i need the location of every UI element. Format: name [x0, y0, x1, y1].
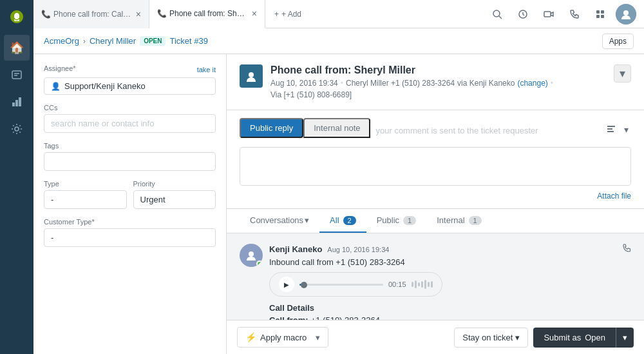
svg-rect-4	[15, 100, 18, 106]
time-display: 00:15	[388, 280, 406, 288]
svg-point-16	[249, 72, 254, 77]
priority-field: Priority	[133, 180, 216, 209]
svg-rect-3	[12, 103, 15, 106]
progress-bar[interactable]	[299, 284, 383, 286]
conv-tabs: Conversations ▾ All 2 Public 1 Internal …	[227, 209, 644, 233]
stay-on-ticket-dropdown[interactable]: Stay on ticket ▾	[454, 328, 528, 348]
priority-label: Priority	[133, 180, 216, 188]
bottom-bar: ⚡ Apply macro ▾ Stay on ticket ▾ Submit …	[227, 320, 644, 354]
conversations-tab[interactable]: Conversations ▾	[240, 209, 319, 233]
reporting-nav-icon[interactable]	[4, 89, 30, 115]
type-input[interactable]	[44, 190, 127, 209]
public-label: Public	[377, 215, 399, 225]
attach-file-link[interactable]: Attach file	[597, 192, 631, 201]
conversations-dropdown-icon: ▾	[305, 215, 309, 225]
message-phone-icon[interactable]	[622, 244, 631, 255]
svg-rect-12	[601, 10, 604, 14]
ticket-meta: Aug 10, 2016 19:34 • Cheryl Miller +1 (5…	[270, 79, 606, 99]
svg-point-17	[249, 251, 254, 257]
main-area: 📞 Phone call from: Caller +1 (510... #28…	[33, 0, 644, 354]
tab-1[interactable]: 📞 Phone call from: Caller +1 (510... #28…	[33, 0, 149, 28]
ticket-change-link[interactable]: (change)	[517, 79, 547, 88]
content-area: Assignee* take it 👤 Support/Kenji Kaneko…	[33, 54, 644, 354]
public-tab[interactable]: Public 1	[366, 209, 427, 233]
internal-tab[interactable]: Internal 1	[426, 209, 492, 233]
ticket-header-info: Phone call from: Sheryl Miller Aug 10, 2…	[270, 64, 606, 99]
message-text: Inbound call from +1 (510) 283-3264	[269, 257, 631, 267]
public-count: 1	[403, 216, 416, 225]
tags-label: Tags	[44, 142, 216, 150]
status-badge: open	[140, 36, 166, 46]
stay-on-ticket-chevron: ▾	[515, 333, 520, 342]
left-panel: Assignee* take it 👤 Support/Kenji Kaneko…	[33, 54, 227, 354]
ticket-collapse-button[interactable]: ▾	[614, 64, 631, 83]
customer-type-input[interactable]	[44, 228, 216, 247]
add-tab-button[interactable]: + + Add	[265, 0, 310, 28]
format-dropdown-icon[interactable]: ▾	[621, 122, 631, 139]
all-tab[interactable]: All 2	[319, 209, 366, 233]
assignee-label: Assignee*	[44, 64, 76, 72]
macro-placeholder: Apply macro	[260, 333, 307, 342]
public-reply-tab[interactable]: Public reply	[240, 118, 303, 138]
assignee-input[interactable]: 👤 Support/Kenji Kaneko	[44, 77, 216, 95]
tags-input[interactable]	[44, 152, 216, 171]
clock-icon[interactable]	[513, 4, 533, 25]
tab-2-close-icon[interactable]: ×	[252, 9, 257, 18]
call-from-value: +1 (510) 283-3264	[311, 315, 380, 320]
plus-icon: +	[274, 10, 279, 19]
reply-section: Public reply Internal note your comment …	[227, 110, 644, 209]
internal-count: 1	[469, 216, 482, 225]
conversations-label: Conversations	[250, 215, 303, 225]
reply-textarea[interactable]	[240, 147, 631, 186]
tags-field: Tags	[44, 142, 216, 171]
message-body: Kenji Kaneko Aug 10, 2016 19:34 Inbound …	[269, 244, 631, 320]
reply-placeholder-text: your comment is sent to the ticket reque…	[375, 126, 538, 135]
add-tab-label: + Add	[281, 10, 301, 19]
customer-type-field: Customer Type*	[44, 218, 216, 247]
right-panel: Phone call from: Sheryl Miller Aug 10, 2…	[227, 54, 644, 354]
waveform	[412, 280, 433, 289]
breadcrumb-sep-1: ›	[83, 37, 86, 46]
apply-macro-dropdown[interactable]: ⚡ Apply macro ▾	[237, 327, 328, 348]
priority-input[interactable]	[133, 190, 216, 209]
ticket-via: via Kenji Kaneko	[457, 79, 515, 88]
top-bar-actions	[487, 4, 644, 25]
home-nav-icon[interactable]: 🏠	[4, 35, 30, 61]
message-header: Kenji Kaneko Aug 10, 2016 19:34	[269, 244, 631, 255]
breadcrumb-org[interactable]: AcmeOrg	[44, 36, 79, 46]
ccs-input[interactable]	[44, 114, 216, 133]
tab-1-close-icon[interactable]: ×	[136, 10, 141, 19]
tab-2[interactable]: 📞 Phone call from: Sheryl Miller #39 ×	[149, 0, 265, 28]
take-it-link[interactable]: take it	[197, 66, 216, 74]
type-field: Type	[44, 180, 127, 209]
breadcrumb-contact[interactable]: Cheryl Miller	[90, 36, 136, 46]
svg-rect-11	[596, 10, 600, 14]
submit-dropdown-button[interactable]: ▾	[616, 328, 634, 348]
format-icon[interactable]	[603, 122, 619, 139]
all-count: 2	[343, 216, 356, 225]
type-priority-row: Type Priority	[44, 180, 216, 218]
tab-2-icon: 📞	[157, 9, 167, 18]
call-from-label: Call from:	[269, 315, 308, 320]
submit-button[interactable]: Submit as Open	[533, 328, 616, 348]
apps-button[interactable]: Apps	[602, 34, 634, 49]
assignee-field: Assignee* take it 👤 Support/Kenji Kaneko	[44, 64, 216, 95]
app-logo	[5, 5, 28, 28]
phone-icon[interactable]	[564, 4, 585, 25]
apps-grid-icon[interactable]	[590, 4, 611, 25]
breadcrumb-ticket[interactable]: Ticket #39	[169, 36, 208, 46]
svg-rect-0	[12, 71, 21, 79]
ticket-content: Kenji Kaneko Aug 10, 2016 19:34 Inbound …	[227, 233, 644, 320]
user-avatar[interactable]	[616, 4, 636, 25]
video-icon[interactable]	[538, 4, 559, 25]
internal-label: Internal	[437, 215, 464, 225]
assignee-value: Support/Kenji Kaneko	[64, 81, 146, 91]
settings-nav-icon[interactable]	[4, 116, 30, 142]
search-icon[interactable]	[487, 4, 507, 25]
tickets-nav-icon[interactable]	[4, 62, 30, 88]
svg-line-8	[499, 16, 502, 19]
play-button[interactable]: ▶	[279, 277, 294, 292]
internal-note-tab[interactable]: Internal note	[303, 118, 370, 138]
ticket-date: Aug 10, 2016 19:34	[270, 79, 338, 88]
online-indicator	[256, 261, 263, 267]
